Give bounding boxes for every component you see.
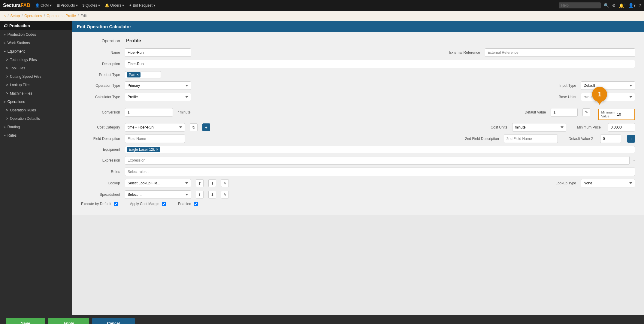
nav-quotes[interactable]: $ Quotes ▾: [83, 3, 100, 8]
conversion-input[interactable]: [125, 108, 173, 117]
min-value-label: MinimumValue: [601, 111, 615, 118]
execute-default-label: Execute by Default: [81, 202, 111, 206]
sidebar: 🏷 Production » Production Codes » Work S…: [0, 21, 72, 315]
sidebar-item-cutting-speed-files[interactable]: > Cutting Speed Files: [0, 72, 72, 81]
expression-dots-icon[interactable]: ···: [631, 158, 635, 163]
sidebar-item-operation-defaults[interactable]: > Operation Defaults: [0, 114, 72, 123]
lookup-upload-icon[interactable]: ⬆: [196, 179, 204, 187]
desc-label: Description: [81, 62, 120, 66]
sidebar-item-lookup-files[interactable]: > Lookup Files: [0, 81, 72, 89]
field2-desc-input[interactable]: [504, 135, 558, 143]
sidebar-item-tool-files[interactable]: > Tool Files: [0, 64, 72, 72]
spreadsheet-label: Spreadsheet: [81, 192, 120, 197]
top-nav: SecturaFAB 👤 CRM ▾ ▦ Products ▾ $ Quotes…: [0, 0, 644, 11]
input-type-select[interactable]: Default Manual Auto: [581, 81, 635, 90]
sidebar-group-operations[interactable]: » Operations: [0, 98, 72, 106]
breadcrumb-operation-profile[interactable]: Operation - Profile: [47, 14, 76, 18]
breadcrumb-operations[interactable]: Operations: [24, 14, 42, 18]
conversion-label: Conversion: [81, 110, 120, 114]
nav-bid-request[interactable]: ✦ Bid Request ▾: [129, 3, 155, 8]
op-type-label: Operation Type: [81, 83, 120, 88]
breadcrumb-edit: Edit: [80, 14, 87, 18]
sidebar-group-production-codes[interactable]: » Production Codes: [0, 30, 72, 39]
sidebar-group-work-stations[interactable]: » Work Stations: [0, 39, 72, 47]
nav-products[interactable]: ▦ Products ▾: [56, 3, 78, 8]
spreadsheet-download-icon[interactable]: ⬇: [208, 191, 216, 198]
lookup-select[interactable]: Select Lookup File...: [125, 179, 191, 187]
cost-units-label: Cost Units: [471, 125, 507, 129]
cost-category-select[interactable]: time - Fiber-Run: [125, 123, 185, 132]
apply-margin-label: Apply Cost Margin: [130, 202, 159, 206]
product-type-tag: Part ×: [127, 72, 141, 77]
enabled-label: Enabled: [178, 202, 191, 206]
lookup-edit-icon[interactable]: ✎: [221, 179, 229, 187]
expression-input[interactable]: [125, 156, 630, 165]
min-price-input[interactable]: [608, 123, 635, 132]
breadcrumb-home[interactable]: ⌂: [4, 14, 6, 18]
help-search-input[interactable]: [559, 2, 601, 8]
min-price-label: Minimum Price: [577, 125, 601, 129]
gear-icon[interactable]: ⚙: [612, 3, 616, 8]
rules-label: Rules: [81, 170, 120, 174]
sidebar-item-operation-rules[interactable]: > Operation Rules: [0, 106, 72, 114]
content-area: Edit Operation Calculator Operation Prof…: [72, 21, 644, 315]
cancel-button[interactable]: Cancel: [92, 318, 135, 324]
operation-label: Operation: [81, 38, 120, 43]
cost-units-select[interactable]: minute hour second: [512, 123, 566, 132]
base-units-select[interactable]: minute hour second: [581, 93, 635, 101]
equipment-label: Equipment: [81, 147, 120, 152]
op-type-select[interactable]: Primary Secondary Setup: [125, 81, 191, 90]
min-value-box: MinimumValue: [598, 109, 635, 120]
sidebar-item-technology-files[interactable]: > Technology Files: [0, 56, 72, 64]
breadcrumb: ⌂ / Setup / Operations / Operation - Pro…: [0, 11, 644, 21]
enabled-checkbox[interactable]: [194, 202, 198, 206]
equipment-tag: Eagle Laser 12k ×: [127, 147, 160, 152]
brand-logo: SecturaFAB: [3, 3, 30, 8]
ext-ref-input[interactable]: [485, 48, 635, 57]
field-desc-input[interactable]: [125, 135, 185, 143]
nav-orders[interactable]: 🔔 Orders ▾: [105, 3, 124, 8]
apply-button[interactable]: Apply: [48, 318, 89, 324]
bell-icon[interactable]: 🔔0: [619, 3, 625, 8]
apply-margin-checkbox[interactable]: [162, 202, 166, 206]
sidebar-item-machine-files[interactable]: > Machine Files: [0, 89, 72, 98]
add-default-value2-icon[interactable]: +: [627, 135, 635, 143]
nav-crm[interactable]: 👤 CRM ▾: [35, 3, 52, 8]
bottom-bar: Save Apply Cancel: [0, 315, 644, 324]
question-icon[interactable]: ?: [639, 3, 641, 8]
edit-default-value-icon[interactable]: ✎: [582, 108, 590, 116]
min-value-input[interactable]: [617, 112, 632, 117]
default-value2-input[interactable]: [600, 135, 621, 143]
default-value2-label: Default Value 2: [569, 137, 593, 141]
remove-equipment-tag[interactable]: ×: [156, 147, 158, 152]
calc-type-label: Calculator Type: [81, 95, 120, 99]
user-icon[interactable]: 👤▾: [628, 3, 636, 8]
sidebar-group-rules[interactable]: » Rules: [0, 131, 72, 140]
save-button[interactable]: Save: [6, 318, 45, 324]
panel-header: Edit Operation Calculator: [72, 21, 644, 32]
tag-icon: 🏷: [4, 23, 8, 28]
field2-desc-label: 2nd Field Description: [451, 137, 499, 141]
sidebar-group-equipment[interactable]: » Equipment: [0, 47, 72, 56]
default-value-input[interactable]: [551, 108, 578, 117]
desc-input[interactable]: [125, 60, 635, 68]
breadcrumb-setup[interactable]: Setup: [11, 14, 20, 18]
lookup-label: Lookup: [81, 181, 120, 185]
conversion-unit: / minute: [178, 110, 191, 114]
name-input[interactable]: [125, 48, 191, 57]
lookup-type-select[interactable]: None Type 1 Type 2: [581, 179, 635, 187]
execute-default-checkbox[interactable]: [114, 202, 118, 206]
remove-part-tag[interactable]: ×: [137, 73, 139, 77]
add-cost-category-icon[interactable]: +: [202, 123, 210, 131]
calc-type-select[interactable]: Profile Fixed Formula: [125, 93, 191, 101]
sidebar-section-production: 🏷 Production: [0, 21, 72, 30]
refresh-cost-category-icon[interactable]: ↻: [190, 123, 198, 131]
lookup-download-icon[interactable]: ⬇: [208, 179, 216, 187]
default-value-label: Default Value: [510, 110, 546, 114]
spreadsheet-edit-icon[interactable]: ✎: [221, 191, 229, 198]
rules-input[interactable]: [125, 168, 635, 176]
spreadsheet-select[interactable]: Select ...: [125, 190, 191, 199]
spreadsheet-upload-icon[interactable]: ⬆: [196, 191, 204, 198]
sidebar-group-routing[interactable]: » Routing: [0, 123, 72, 131]
search-icon[interactable]: 🔍: [604, 3, 609, 8]
